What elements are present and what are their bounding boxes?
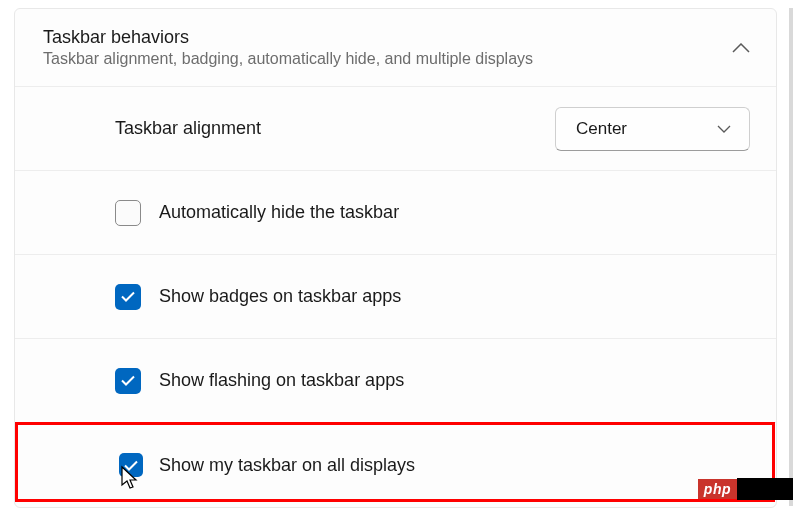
checkmark-icon [121,291,135,302]
section-subtitle: Taskbar alignment, badging, automaticall… [43,50,533,68]
badges-row: Show badges on taskbar apps [15,255,776,339]
all-displays-label: Show my taskbar on all displays [159,455,415,476]
checkmark-icon [124,460,138,471]
alignment-dropdown[interactable]: Center [555,107,750,151]
flashing-row: Show flashing on taskbar apps [15,339,776,423]
autohide-row: Automatically hide the taskbar [15,171,776,255]
taskbar-alignment-row: Taskbar alignment Center [15,87,776,171]
flashing-checkbox[interactable] [115,368,141,394]
alignment-label: Taskbar alignment [115,118,261,139]
badges-checkbox[interactable] [115,284,141,310]
all-displays-row: Show my taskbar on all displays [15,423,776,507]
autohide-label: Automatically hide the taskbar [159,202,399,223]
autohide-checkbox[interactable] [115,200,141,226]
flashing-label: Show flashing on taskbar apps [159,370,404,391]
taskbar-behaviors-header[interactable]: Taskbar behaviors Taskbar alignment, bad… [15,9,776,87]
section-title: Taskbar behaviors [43,27,533,48]
taskbar-behaviors-panel: Taskbar behaviors Taskbar alignment, bad… [14,8,777,508]
watermark-block [737,478,793,500]
badges-label: Show badges on taskbar apps [159,286,401,307]
watermark-text: php [698,479,737,499]
watermark: php [698,478,793,500]
chevron-down-icon [717,125,731,133]
all-displays-checkbox[interactable] [119,453,143,477]
chevron-up-icon [732,43,750,53]
alignment-selected: Center [576,119,627,139]
header-text-group: Taskbar behaviors Taskbar alignment, bad… [43,27,533,68]
checkmark-icon [121,375,135,386]
scrollbar-edge [789,8,793,506]
